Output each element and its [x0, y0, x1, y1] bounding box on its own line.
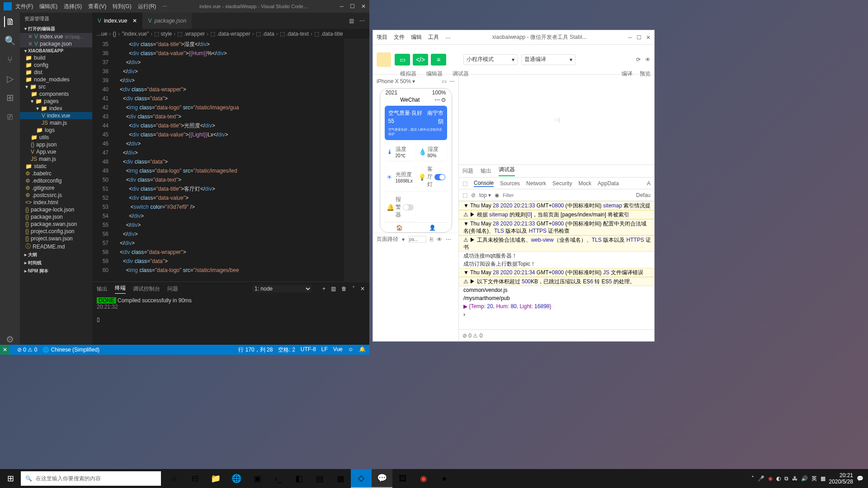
code-editor[interactable]: 3536373839404142434445464748495051525354… — [92, 39, 369, 282]
tree-item[interactable]: ⚙ .gitignore — [20, 184, 92, 192]
project-header[interactable]: ▾ XIAOBAIWEAPP — [20, 47, 92, 54]
taskbar-clock[interactable]: 20:21 2020/5/28 — [829, 472, 853, 485]
code-lines[interactable]: <div class="data-title">湿度</div> <div cl… — [114, 39, 344, 282]
menu-item[interactable]: … — [445, 33, 451, 41]
menu-item[interactable]: 查看(V) — [88, 3, 106, 10]
tree-item[interactable]: V App.vue — [20, 148, 92, 155]
feedback-button[interactable]: ✕ — [0, 345, 10, 355]
maximize-panel-icon[interactable]: ˄ — [352, 286, 355, 292]
context-select[interactable]: top ▾ — [479, 192, 491, 198]
devtools-tab[interactable]: Sources — [500, 180, 520, 187]
tree-item[interactable]: ⚙ .editorconfig — [20, 177, 92, 184]
bell-icon[interactable]: 🔔 — [359, 346, 366, 354]
tree-item[interactable]: ⓘ README.md — [20, 242, 92, 251]
tray-up-icon[interactable]: ˄ — [751, 475, 754, 482]
tree-item[interactable]: {} package-lock.json — [20, 206, 92, 213]
tree-item[interactable]: V index.vue — [20, 112, 92, 119]
problems-status[interactable]: ⊘ 0 ⚠ 0 — [17, 347, 37, 353]
cortana-icon[interactable]: ○ — [164, 469, 184, 488]
panel-tab[interactable]: 输出 — [97, 285, 108, 293]
tree-item[interactable]: 📁 node_modules — [20, 76, 92, 83]
tray-app-icon[interactable]: ◉ — [768, 475, 773, 482]
tree-item[interactable]: 📁 utils — [20, 134, 92, 141]
tree-item[interactable]: {} project.swan.json — [20, 235, 92, 242]
terminal-select[interactable]: 1: node — [253, 285, 311, 292]
devtools-tab[interactable]: AppData — [598, 180, 619, 187]
tree-item[interactable]: ▾ 📁 src — [20, 83, 92, 90]
search-icon[interactable]: 🔍 — [5, 35, 15, 46]
simulator-button[interactable]: ▭ — [395, 54, 410, 66]
minimize-icon[interactable]: ─ — [340, 3, 344, 9]
menu-item[interactable]: 项目 — [377, 33, 387, 41]
notifications-icon[interactable]: 💬 — [857, 475, 863, 482]
app2-icon[interactable]: ▤ — [309, 469, 330, 488]
split-terminal-icon[interactable]: ▥ — [331, 286, 336, 292]
dev-tab[interactable]: 输出 — [481, 167, 491, 175]
phone-simulator[interactable]: 2021100% WeChat⋯ ⊙ 空气质量·良好南宁市 55阴 空气质量良好… — [380, 88, 452, 233]
editor-tab[interactable]: V package.json — [142, 13, 192, 29]
menu-item[interactable]: 工具 — [428, 33, 439, 41]
devtools-tab[interactable]: Security — [552, 180, 572, 187]
menu-item[interactable]: 运行(R) — [138, 3, 156, 10]
preview-icon[interactable]: 👁 — [645, 56, 651, 63]
task-view-icon[interactable]: ⊟ — [184, 469, 205, 488]
panel-tab[interactable]: 调试控制台 — [133, 285, 160, 293]
feedback-icon[interactable]: ☺ — [348, 346, 354, 354]
clear-icon[interactable]: ⊘ — [471, 192, 476, 198]
close-panel-icon[interactable]: ✕ — [360, 286, 365, 292]
scm-icon[interactable]: ⑂ — [5, 54, 15, 65]
section-header[interactable]: ▸ 大纲 — [20, 251, 92, 259]
tree-item[interactable]: <> index.html — [20, 199, 92, 206]
home-tab-icon[interactable]: 🏠 — [396, 225, 403, 231]
debugger-button[interactable]: ≡ — [431, 54, 446, 66]
calc-icon[interactable]: ▦ — [330, 469, 351, 488]
section-header[interactable]: ▸ NPM 脚本 — [20, 267, 92, 275]
taskbar-search[interactable]: 🔍 在这里输入你要搜索的内容 — [21, 471, 161, 486]
inspect-icon[interactable]: ⬚ — [462, 192, 467, 198]
tray-mic-icon[interactable]: 🎤 — [758, 475, 764, 482]
kill-terminal-icon[interactable]: 🗑 — [341, 286, 347, 292]
cursor-position[interactable]: 行 170，列 28 — [238, 346, 273, 354]
new-terminal-icon[interactable]: + — [322, 286, 326, 292]
devtools-tab[interactable]: Console — [474, 180, 494, 187]
refresh-icon[interactable]: ⟳ — [636, 56, 641, 63]
start-button[interactable]: ⊞ — [0, 469, 21, 488]
app-icon[interactable]: ◧ — [288, 469, 309, 488]
filter-input[interactable] — [503, 192, 632, 198]
mode-select[interactable]: 小程序模式▾ — [463, 54, 518, 65]
split-icon[interactable]: ▥ — [349, 18, 354, 24]
maximize-icon[interactable]: ☐ — [637, 34, 642, 41]
extensions-icon[interactable]: ⊞ — [5, 92, 15, 103]
encoding[interactable]: UTF-8 — [301, 346, 316, 354]
vscode-taskbar-icon[interactable]: ◇ — [351, 469, 372, 488]
tree-item[interactable]: ⚙ .postcssrc.js — [20, 192, 92, 199]
menu-item[interactable]: 文件 — [394, 33, 405, 41]
tree-item[interactable]: JS main.js — [20, 155, 92, 163]
devtools-tab[interactable]: Network — [526, 180, 546, 187]
debug-icon[interactable]: ▷ — [5, 73, 15, 84]
eol[interactable]: LF — [321, 346, 328, 354]
terminal[interactable]: DONE Compiled successfully in 90ms 20:21… — [92, 296, 369, 345]
remote-icon[interactable]: ⎚ — [5, 111, 15, 122]
close-icon[interactable]: ✕ — [646, 34, 651, 41]
tray-bt-icon[interactable]: ⧉ — [784, 475, 788, 482]
menu-item[interactable]: 文件(F) — [15, 3, 33, 10]
photos-icon[interactable]: 🖼 — [392, 469, 413, 488]
app3-icon[interactable]: ● — [434, 469, 455, 488]
tray-ime-icon[interactable]: 英 — [811, 475, 817, 483]
tray-net-icon[interactable]: 🖧 — [792, 475, 797, 482]
tree-item[interactable]: 📁 static — [20, 163, 92, 170]
tree-item[interactable]: 📁 dist — [20, 69, 92, 76]
dev-tab[interactable]: 调试器 — [499, 166, 515, 176]
chrome-icon[interactable]: 🌐 — [226, 469, 247, 488]
level-select[interactable]: Defau — [636, 192, 651, 198]
compile-select[interactable]: 普通编译▾ — [521, 54, 576, 65]
editor-tab[interactable]: V index.vue ✕ — [92, 13, 142, 29]
device-select[interactable]: iPhone X 50% ▾ — [377, 78, 415, 84]
minimap[interactable] — [344, 39, 369, 282]
inspect-icon[interactable]: ⬚ — [462, 180, 467, 187]
language-mode[interactable]: Vue — [333, 346, 343, 354]
terminal2-icon[interactable]: ›_ — [268, 469, 288, 488]
more-icon[interactable]: ⋯ — [446, 236, 451, 243]
user-tab-icon[interactable]: 👤 — [429, 225, 436, 231]
